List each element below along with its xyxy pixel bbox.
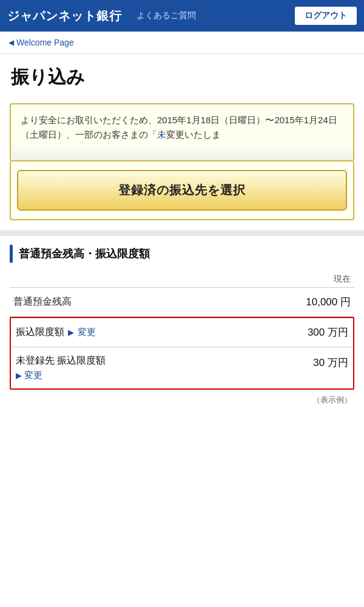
- site-header: ジャパンネット銀行 よくあるご質問 ログアウト: [0, 0, 364, 32]
- savings-value: 10,000 円: [217, 288, 354, 317]
- action-area: 登録済の振込先を選択: [10, 161, 354, 220]
- breadcrumb-arrow: ◀: [8, 38, 14, 47]
- unregistered-limit-label-top: 未登録先 振込限度額: [16, 354, 313, 367]
- transfer-limit-change-link[interactable]: 変更: [78, 327, 96, 338]
- notice-fade: [11, 142, 353, 160]
- transfer-limit-value: 300 万円: [308, 325, 348, 339]
- unregistered-limit-change-arrow: ▶: [16, 371, 22, 380]
- page-title: 振り込み: [0, 54, 364, 97]
- unregistered-limit-change-area: ▶ 変更: [16, 370, 313, 381]
- faq-link[interactable]: よくあるご質問: [136, 10, 196, 21]
- notice-text-part2: 変更いたしま: [166, 129, 221, 140]
- unregistered-limit-row: 未登録先 振込限度額 ▶ 変更 30 万円: [11, 347, 353, 388]
- notice-box: より安全にお取引いただくため、2015年1月18日（日曜日）〜2015年1月24…: [10, 103, 354, 161]
- unregistered-limit-label-area: 未登録先 振込限度額 ▶ 変更: [16, 354, 313, 381]
- transfer-limit-change-arrow: ▶: [68, 328, 74, 337]
- table-header-label-empty: [10, 271, 217, 288]
- transfer-limit-row: 振込限度額 ▶ 変更 300 万円: [11, 318, 353, 347]
- unregistered-limit-value: 30 万円: [313, 354, 348, 370]
- notice-text-link[interactable]: 未: [157, 129, 166, 140]
- logout-button[interactable]: ログアウト: [295, 7, 357, 25]
- balance-section-title: 普通預金残高・振込限度額: [19, 246, 150, 261]
- breadcrumb: ◀ Welcome Page: [0, 32, 364, 54]
- breadcrumb-link[interactable]: Welcome Page: [16, 38, 74, 47]
- table-header-row: 現在: [10, 271, 354, 288]
- table-header-current: 現在: [217, 271, 354, 288]
- table-row-savings: 普通預金残高 10,000 円: [10, 288, 354, 317]
- savings-label: 普通預金残高: [10, 288, 217, 317]
- registered-transfer-button[interactable]: 登録済の振込先を選択: [17, 170, 347, 211]
- balance-title-bar: 普通預金残高・振込限度額: [10, 245, 354, 263]
- transfer-limit-label-area: 振込限度額 ▶ 変更: [16, 326, 308, 339]
- header-left: ジャパンネット銀行 よくあるご質問: [7, 8, 196, 24]
- highlighted-rows-container: 振込限度額 ▶ 変更 300 万円 未登録先 振込限度額 ▶ 変更 30 万円: [10, 317, 354, 390]
- balance-section: 普通預金残高・振込限度額 現在 普通預金残高 10,000 円 振込限度額 ▶: [0, 236, 364, 418]
- unregistered-limit-change-link[interactable]: 変更: [24, 370, 42, 381]
- section-divider: [0, 230, 364, 236]
- transfer-limit-label: 振込限度額: [16, 326, 64, 339]
- balance-table: 現在 普通預金残高 10,000 円: [10, 271, 354, 317]
- display-example: （表示例）: [10, 390, 354, 405]
- site-logo: ジャパンネット銀行: [7, 8, 122, 24]
- title-accent-bar: [10, 245, 13, 263]
